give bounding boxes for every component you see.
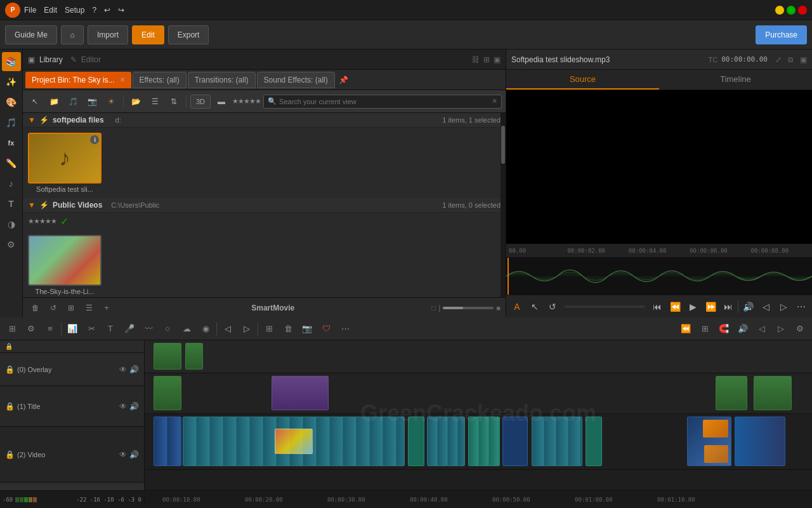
ctrl-skip-start[interactable]: ⏮ xyxy=(649,298,665,315)
edit-button[interactable]: Edit xyxy=(132,25,164,44)
preview-fullscreen-icon[interactable]: ⤢ xyxy=(775,55,782,64)
lock-all-icon[interactable]: 🔒 xyxy=(5,343,13,350)
video-clip-6[interactable] xyxy=(502,417,528,466)
tl-tool-extra[interactable]: ⋯ xyxy=(337,321,353,337)
tl-tool-camera2[interactable]: 📷 xyxy=(299,321,315,337)
title-lock-icon[interactable]: 🔒 xyxy=(5,402,15,411)
tab-library[interactable]: ▣ Library xyxy=(28,55,63,64)
maximize-button[interactable] xyxy=(787,6,796,15)
folder-collapse-icon[interactable]: ▼ xyxy=(28,116,36,124)
tab-timeline-preview[interactable]: Timeline xyxy=(659,70,812,90)
tl-tool-trash[interactable]: 🗑 xyxy=(280,321,296,337)
lib-icon-import[interactable]: ⊞ xyxy=(483,55,490,64)
tl-tool-settings2[interactable]: ⚙ xyxy=(792,321,808,337)
lib-tool-camera[interactable]: 📷 xyxy=(84,93,100,110)
tl-tool-gear[interactable]: ⚙ xyxy=(23,321,39,337)
sidebar-icon-pen[interactable]: ✏️ xyxy=(2,154,21,173)
video-clip-9[interactable] xyxy=(687,417,731,466)
tab-transitions[interactable]: Transitions: (all) xyxy=(188,72,256,88)
ctrl-skip-end[interactable]: ⏭ xyxy=(720,298,737,315)
progress-dots[interactable] xyxy=(565,305,645,308)
menu-help[interactable]: ? xyxy=(92,6,96,15)
videos-stars[interactable]: ★★★★★ xyxy=(28,217,56,225)
folder-videos-collapse-icon[interactable]: ▼ xyxy=(28,201,36,210)
zoom-large-square-icon[interactable]: ■ xyxy=(496,304,501,312)
tl-tool-scissors[interactable]: ✂ xyxy=(83,321,100,337)
tl-tool-marker-in[interactable]: ◁ xyxy=(219,321,236,337)
tl-tool-chart[interactable]: 📊 xyxy=(64,321,81,337)
media-item-softpedia-audio[interactable]: ♪ ℹ Softpedia test sli... xyxy=(28,133,102,193)
ctrl-out-point[interactable]: ▷ xyxy=(775,298,792,315)
video-clip-1[interactable] xyxy=(154,417,181,466)
sidebar-icon-fx[interactable]: fx xyxy=(2,133,21,152)
lib-bottom-trash[interactable]: 🗑 xyxy=(28,300,43,316)
video-lock-icon[interactable]: 🔒 xyxy=(5,450,15,459)
tl-tool-fast-back[interactable]: ⏪ xyxy=(678,321,694,337)
folder-header-softpedia[interactable]: ▼ ⚡ softpedia files d: 1 items, 1 select… xyxy=(23,113,506,128)
sidebar-icon-mask[interactable]: ◑ xyxy=(2,215,21,234)
ctrl-step-fwd[interactable]: ⏩ xyxy=(702,298,719,315)
tab-editor[interactable]: ✎ Editor xyxy=(70,55,101,64)
menu-bar[interactable]: File Edit Setup ? ↩ ↪ xyxy=(24,6,124,15)
overlay-clip-2[interactable] xyxy=(185,343,203,370)
lib-tool-sort[interactable]: ⇅ xyxy=(166,93,182,110)
title-clip-4[interactable] xyxy=(754,376,792,410)
lib-search-box[interactable]: 🔍 ✕ xyxy=(263,95,502,109)
tab-sound-effects[interactable]: Sound Effects: (all) xyxy=(257,72,335,88)
menu-file[interactable]: File xyxy=(24,6,36,15)
tl-tool-stamp[interactable]: ◉ xyxy=(197,321,214,337)
sidebar-icon-color[interactable]: 🎨 xyxy=(2,93,21,112)
overlay-eye-icon[interactable]: 👁 xyxy=(119,365,127,374)
tab-source[interactable]: Source xyxy=(506,70,659,90)
tl-tool-wave[interactable]: 〰 xyxy=(140,321,157,337)
sidebar-icon-text[interactable]: T xyxy=(2,194,21,213)
lib-tool-music[interactable]: 🎵 xyxy=(65,93,81,110)
ctrl-play[interactable]: ▶ xyxy=(684,298,701,315)
video-clip-2[interactable] xyxy=(183,417,405,466)
tab-project-bin-close[interactable]: ✕ xyxy=(120,76,125,83)
lib-bottom-refresh[interactable]: ↺ xyxy=(46,300,61,316)
overlay-clip-1[interactable] xyxy=(154,343,181,370)
export-button[interactable]: Export xyxy=(168,25,209,44)
lib-stars[interactable]: ★★★★★ xyxy=(232,97,261,105)
title-clip-3[interactable] xyxy=(716,376,747,410)
media-item-video[interactable]: The-Sky-is-the-Li... xyxy=(28,235,102,295)
tl-tool-snap[interactable]: ⊞ xyxy=(697,321,713,337)
menu-edit[interactable]: Edit xyxy=(44,6,57,15)
sidebar-icon-library[interactable]: 📚 xyxy=(2,52,21,71)
video-clip-4[interactable] xyxy=(427,417,465,466)
lib-bottom-list-view[interactable]: ☰ xyxy=(81,300,96,316)
overlay-vol-icon[interactable]: 🔊 xyxy=(129,365,139,374)
library-scrollbar-thumb[interactable] xyxy=(501,126,505,164)
title-clip-2[interactable] xyxy=(272,376,329,410)
tl-tool-marker-out[interactable]: ▷ xyxy=(239,321,255,337)
close-button[interactable] xyxy=(798,6,807,15)
sidebar-icon-note[interactable]: ♪ xyxy=(2,174,21,193)
purchase-button[interactable]: Purchase xyxy=(756,25,807,44)
lib-icon-view[interactable]: ▣ xyxy=(494,55,501,64)
import-button[interactable]: Import xyxy=(88,25,128,44)
video-clip-8[interactable] xyxy=(586,417,602,466)
info-badge[interactable]: ℹ xyxy=(90,135,99,144)
lib-icon-link[interactable]: ⛓ xyxy=(472,55,480,64)
lib-bottom-add[interactable]: + xyxy=(99,300,114,316)
video-eye-icon[interactable]: 👁 xyxy=(119,450,127,459)
tl-tool-circle[interactable]: ○ xyxy=(159,321,176,337)
title-vol-icon[interactable]: 🔊 xyxy=(129,402,139,411)
sidebar-icon-plugin[interactable]: ⚙ xyxy=(2,235,21,254)
preview-settings-icon[interactable]: ▣ xyxy=(800,55,807,64)
ctrl-in-point[interactable]: ◁ xyxy=(757,298,774,315)
lib-bottom-grid[interactable]: ⊞ xyxy=(63,300,79,316)
lib-tool-open[interactable]: 📂 xyxy=(128,93,144,110)
title-eye-icon[interactable]: 👁 xyxy=(119,402,127,411)
zoom-slider[interactable] xyxy=(443,307,494,309)
lib-tool-widescreen[interactable]: ▬ xyxy=(213,93,230,110)
lib-search-input[interactable] xyxy=(279,98,489,105)
tl-tool-mic[interactable]: 🎤 xyxy=(121,321,138,337)
tl-tool-text[interactable]: T xyxy=(102,321,119,337)
tl-tool-frame-left[interactable]: ◁ xyxy=(754,321,770,337)
lib-tool-folder[interactable]: 📁 xyxy=(46,93,62,110)
tab-pin[interactable]: 📌 xyxy=(337,72,350,88)
lib-search-clear[interactable]: ✕ xyxy=(492,97,497,105)
zoom-square-icon[interactable]: □ xyxy=(432,304,436,312)
